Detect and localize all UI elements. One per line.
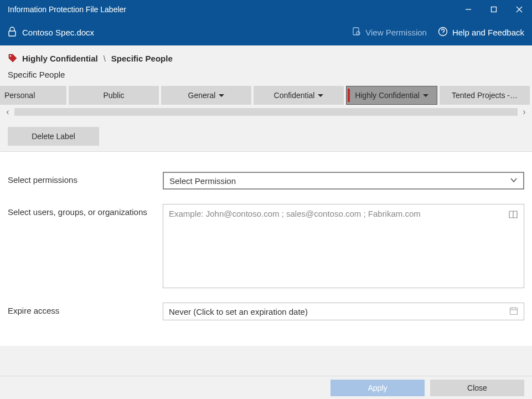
toolbar: Contoso Spec.docx View Permission Help a… <box>0 19 532 45</box>
svg-point-7 <box>438 27 447 35</box>
maximize-button[interactable] <box>481 0 507 19</box>
help-icon <box>438 27 448 38</box>
svg-point-9 <box>10 55 12 57</box>
delete-label-button[interactable]: Delete Label <box>8 127 99 146</box>
minimize-button[interactable] <box>456 0 481 19</box>
window-title: Information Protection File Labeler <box>8 5 456 14</box>
permissions-select-value: Select Permission <box>169 176 236 186</box>
users-label: Select users, groups, or organizations <box>8 204 163 288</box>
expire-date-input[interactable]: Never (Click to set an expiration date) <box>163 303 524 320</box>
expire-label: Expire access <box>8 303 163 320</box>
permissions-select[interactable]: Select Permission <box>163 172 524 190</box>
tag-icon <box>8 53 18 63</box>
label-general[interactable]: General <box>161 86 251 105</box>
apply-button[interactable]: Apply <box>330 380 425 396</box>
label-confidential[interactable]: Confidential <box>254 86 344 105</box>
breadcrumb: Highly Confidential \ Specific People <box>0 45 532 66</box>
chevron-down-icon <box>219 94 224 97</box>
label-public[interactable]: Public <box>69 86 159 105</box>
labels-row: Personal Public General Confidential Hig… <box>0 86 532 105</box>
svg-point-6 <box>357 32 360 35</box>
calendar-icon <box>509 306 518 317</box>
label-tented-projects[interactable]: Tented Projects -… <box>440 86 530 105</box>
label-section: Highly Confidential \ Specific People Sp… <box>0 45 532 152</box>
expire-date-value: Never (Click to set an expiration date) <box>169 307 308 316</box>
users-textarea[interactable] <box>169 209 502 283</box>
close-dialog-button[interactable]: Close <box>430 380 524 396</box>
view-permission-label: View Permission <box>365 28 427 37</box>
view-permission-icon <box>352 27 361 38</box>
help-feedback-button[interactable]: Help and Feedback <box>438 27 524 38</box>
breadcrumb-level1: Highly Confidential <box>22 54 98 63</box>
svg-rect-10 <box>510 308 518 314</box>
footer: Apply Close <box>0 376 532 399</box>
svg-rect-1 <box>492 7 497 12</box>
view-permission-button[interactable]: View Permission <box>352 27 427 38</box>
svg-point-8 <box>442 33 443 34</box>
scroll-left-icon[interactable]: ‹ <box>3 107 12 117</box>
breadcrumb-sep: \ <box>104 54 106 63</box>
close-button[interactable] <box>507 0 532 19</box>
address-book-icon[interactable] <box>508 210 518 221</box>
lock-icon <box>8 27 17 38</box>
form-section: Select permissions Select Permission Sel… <box>0 152 532 346</box>
labels-scrollbar[interactable]: ‹ › <box>0 105 532 119</box>
subheading: Specific People <box>0 66 532 86</box>
scroll-track[interactable] <box>14 108 518 116</box>
breadcrumb-level2: Specific People <box>111 54 173 63</box>
title-bar: Information Protection File Labeler <box>0 0 532 19</box>
chevron-down-icon <box>510 176 518 186</box>
chevron-down-icon <box>423 94 428 97</box>
chevron-down-icon <box>318 94 323 97</box>
label-personal[interactable]: Personal <box>0 86 66 105</box>
file-name: Contoso Spec.docx <box>22 28 94 37</box>
permissions-label: Select permissions <box>8 172 163 190</box>
label-highly-confidential[interactable]: Highly Confidential <box>346 86 437 105</box>
scroll-right-icon[interactable]: › <box>520 107 529 117</box>
users-textarea-wrapper <box>163 204 524 288</box>
help-feedback-label: Help and Feedback <box>452 28 524 37</box>
svg-rect-4 <box>9 31 16 36</box>
